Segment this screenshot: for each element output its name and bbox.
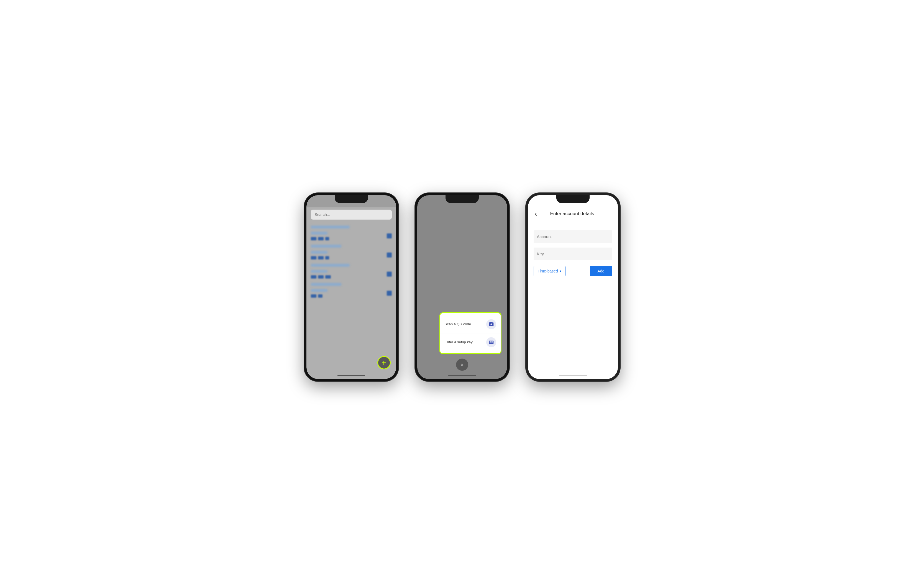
phone3-screen: ‹ Enter account details Time-based ▾ Add: [528, 195, 618, 379]
list-item[interactable]: [306, 286, 396, 300]
back-button[interactable]: ‹: [532, 208, 539, 219]
add-method-menu: Scan a QR code Enter a setup key: [439, 312, 501, 354]
phone2-screen: Scan a QR code Enter a setup key: [417, 195, 507, 379]
account-list: [306, 222, 396, 303]
account-input[interactable]: [534, 230, 612, 243]
add-fab-button[interactable]: +: [377, 356, 391, 369]
account-details-form: Time-based ▾ Add: [528, 224, 618, 283]
phone-1: Search...: [304, 193, 398, 381]
phones-container: Search...: [304, 193, 620, 381]
phone1-screen: Search...: [306, 195, 396, 379]
keyboard-icon-button[interactable]: [486, 337, 496, 347]
section-divider: [306, 243, 396, 248]
close-button[interactable]: ×: [456, 359, 468, 371]
phone-3: ‹ Enter account details Time-based ▾ Add: [526, 193, 620, 381]
key-input[interactable]: [534, 248, 612, 260]
section-divider: [306, 224, 396, 229]
dropdown-label: Time-based: [538, 269, 558, 273]
item-text: [311, 232, 384, 240]
plus-icon: +: [382, 359, 386, 366]
scan-qr-code-option[interactable]: Scan a QR code: [440, 315, 501, 333]
keyboard-icon: [488, 339, 494, 345]
power-button[interactable]: [397, 234, 398, 249]
scan-qr-label: Scan a QR code: [445, 322, 471, 326]
vol-up-button[interactable]: [526, 229, 527, 240]
home-indicator: [448, 375, 476, 376]
search-bar[interactable]: Search...: [311, 210, 392, 219]
search-placeholder: Search...: [315, 212, 330, 217]
camera-icon-button[interactable]: [486, 319, 496, 329]
power-button[interactable]: [508, 234, 509, 249]
vol-up-button[interactable]: [304, 229, 305, 240]
home-indicator: [338, 375, 365, 376]
item-text: [311, 270, 384, 279]
close-icon: ×: [460, 362, 464, 367]
chevron-down-icon: ▾: [560, 269, 561, 273]
page-header: ‹ Enter account details: [528, 195, 618, 224]
form-actions-row: Time-based ▾ Add: [534, 266, 612, 276]
add-button[interactable]: Add: [590, 266, 612, 276]
section-divider: [306, 262, 396, 267]
enter-setup-key-option[interactable]: Enter a setup key: [440, 333, 501, 351]
time-based-dropdown[interactable]: Time-based ▾: [534, 266, 565, 276]
phone-2: Scan a QR code Enter a setup key: [415, 193, 509, 381]
vol-down-button[interactable]: [415, 244, 416, 255]
section-divider: [306, 281, 396, 286]
list-item[interactable]: [306, 267, 396, 281]
page-title: Enter account details: [539, 211, 613, 216]
list-item[interactable]: [306, 248, 396, 262]
home-indicator: [559, 375, 587, 376]
item-text: [311, 289, 384, 298]
power-button[interactable]: [619, 234, 620, 249]
camera-icon: [488, 322, 494, 327]
vol-up-button[interactable]: [415, 229, 416, 240]
item-text: [311, 251, 384, 259]
enter-key-label: Enter a setup key: [445, 340, 473, 344]
list-item[interactable]: [306, 229, 396, 243]
vol-down-button[interactable]: [526, 244, 527, 255]
vol-down-button[interactable]: [304, 244, 305, 255]
